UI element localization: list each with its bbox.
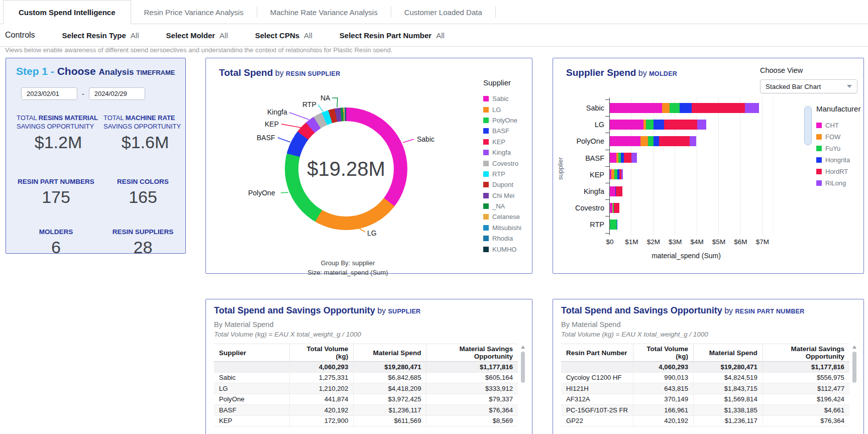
step1-timeframe-panel: Step 1 - Choose Analysis TIMEFRAME - TOT…: [6, 58, 186, 254]
bar-segment-RiLong[interactable]: [690, 136, 696, 146]
legend-item-Mitsubishi[interactable]: Mitsubishi: [483, 223, 521, 233]
legend-item-Sabic[interactable]: Sabic: [483, 93, 521, 104]
column-header[interactable]: Total Volume (kg): [633, 344, 694, 361]
scrollbar-thumb[interactable]: [521, 352, 525, 383]
legend-item-Dupont[interactable]: Dupont: [483, 179, 521, 190]
y-axis-tick: [605, 216, 609, 216]
table-row: Cycoloy C1200 HF990,013$4,824,519$556,97…: [561, 373, 849, 384]
choose-view-dropdown[interactable]: Stacked Bar Chart: [760, 79, 857, 93]
legend-item-KUMHO[interactable]: KUMHO: [483, 244, 521, 254]
x-tick-label: $7M: [747, 238, 778, 246]
legend-item-Celanese[interactable]: Celanese: [483, 211, 521, 222]
y-category-label: RTP: [554, 221, 604, 229]
legend-item-PolyOne[interactable]: PolyOne: [483, 115, 521, 126]
bar-segment-HordRT[interactable]: [624, 153, 631, 163]
bar-segment-FOW[interactable]: [640, 136, 648, 146]
bar-segment-HordRT[interactable]: [692, 103, 745, 113]
date-range-separator: -: [82, 90, 84, 98]
legend-item-CHT[interactable]: CHT: [816, 120, 860, 131]
legend-item-RTP[interactable]: RTP: [483, 169, 521, 179]
column-header[interactable]: Material Spend: [694, 344, 763, 361]
legend-item-_NA[interactable]: _NA: [483, 201, 521, 211]
kpi-value: $1.6M: [103, 133, 187, 152]
column-header[interactable]: Material Spend: [354, 344, 426, 361]
kpi-value: 165: [99, 187, 187, 207]
bar-segment-HordRT[interactable]: [664, 120, 697, 130]
tab-machine-rate-variance[interactable]: Machine Rate Variance Analysis: [257, 0, 391, 24]
legend-item-RiLong[interactable]: RiLong: [816, 177, 860, 189]
table-subtitle: By Material Spend: [561, 320, 620, 329]
y-axis-tick: [605, 183, 609, 183]
column-header[interactable]: Material Savings Opportunity: [763, 344, 849, 361]
table-total-row: 4,060,293$19,280,471$1,177,816: [561, 362, 849, 373]
bar-segment-CHT[interactable]: [610, 103, 662, 113]
table-row: HI121H643,815$1,843,715$112,477: [561, 383, 849, 394]
bar-segment-FOW[interactable]: [662, 103, 670, 113]
legend-scrollbar[interactable]: [804, 106, 812, 145]
legend-item-HordRT[interactable]: HordRT: [816, 166, 860, 177]
legend-item-Hongrita[interactable]: Hongrita: [816, 154, 860, 166]
table-scrollbar[interactable]: [852, 346, 857, 434]
scroll-up-icon[interactable]: [852, 346, 856, 349]
plot-right-border: [773, 97, 774, 235]
legend-item-Rhodia[interactable]: Rhodia: [483, 233, 521, 244]
scroll-up-icon[interactable]: [521, 346, 525, 349]
gridline: [631, 97, 631, 235]
bar-segment-FuYu[interactable]: [610, 220, 617, 230]
tab-resin-price-variance[interactable]: Resin Price Variance Analysis: [131, 0, 257, 24]
bar-segment-FuYu[interactable]: [646, 120, 654, 130]
bar-segment-FuYu[interactable]: [648, 136, 654, 146]
column-header[interactable]: Resin Part Number: [561, 344, 633, 361]
table-row: Sabic1,275,331$6,842,685$605,164: [214, 373, 518, 384]
bar-segment-CHT[interactable]: [610, 136, 640, 146]
bar-segment-CHT[interactable]: [610, 186, 615, 196]
legend-item-FuYu[interactable]: FuYu: [816, 143, 860, 154]
table-scrollbar[interactable]: [520, 346, 525, 434]
bar-segment-Hongrita[interactable]: [654, 120, 665, 130]
total-spend-donut-panel: Total Spend by RESIN SUPPLIER $19.28M Sa…: [205, 58, 532, 274]
legend-item-LG[interactable]: LG: [483, 104, 521, 115]
y-axis-tick: [605, 166, 609, 167]
y-axis-tick: [605, 133, 609, 133]
filter-resin-part-number[interactable]: Select Resin Part Number All: [340, 31, 445, 40]
column-header[interactable]: Total Volume (kg): [290, 344, 354, 361]
filter-resin-type[interactable]: Select Resin Type All: [62, 31, 139, 40]
legend-item-BASF[interactable]: BASF: [483, 126, 521, 136]
bar-segment-CHT[interactable]: [610, 120, 643, 130]
size-caption: Size: material_spend (Sum): [206, 268, 490, 277]
column-header[interactable]: Material Savings Opportunity: [426, 344, 518, 361]
controls-bar: Controls Select Resin Type All Select Mo…: [0, 24, 868, 47]
table-subtitle: By Material Spend: [214, 320, 273, 329]
bar-segment-Hongrita[interactable]: [680, 103, 692, 113]
legend-swatch: [483, 193, 489, 198]
group-by-caption: Group By: supplier: [206, 258, 490, 268]
filter-cpns[interactable]: Select CPNs All: [255, 31, 312, 40]
legend-item-KEP[interactable]: KEP: [483, 137, 521, 147]
start-date-input[interactable]: [21, 87, 77, 100]
table-header: SupplierTotal Volume (kg)Material SpendM…: [214, 344, 518, 362]
bar-segment-Hongrita[interactable]: [654, 136, 660, 146]
bar-segment-HordRT[interactable]: [616, 186, 622, 196]
tab-custom-spend-intelligence[interactable]: Custom Spend Intelligence: [3, 0, 131, 24]
end-date-input[interactable]: [89, 87, 145, 100]
bar-segment-CHT[interactable]: [610, 153, 616, 163]
legend-item-Kingfa[interactable]: Kingfa: [483, 147, 521, 158]
legend-item-Chi Mei[interactable]: Chi Mei: [483, 190, 521, 201]
scrollbar-thumb[interactable]: [852, 352, 856, 383]
bar-segment-RiLong[interactable]: [621, 169, 623, 179]
bar-segment-HordRT[interactable]: [614, 203, 619, 213]
legend-swatch: [483, 150, 489, 155]
filter-molder[interactable]: Select Molder All: [166, 31, 228, 40]
bar-segment-RiLong[interactable]: [631, 153, 636, 163]
bar-segment-RiLong[interactable]: [745, 103, 759, 113]
legend-item-FOW[interactable]: FOW: [816, 131, 860, 143]
bar-segment-FuYu[interactable]: [670, 103, 680, 113]
tab-customer-loaded-data[interactable]: Customer Loaded Data: [391, 0, 495, 24]
y-axis-tick: [605, 99, 609, 100]
bar-segment-RiLong[interactable]: [697, 120, 706, 130]
legend-item-Covestro[interactable]: Covestro: [483, 158, 521, 168]
y-axis-tick: [605, 150, 609, 150]
tab-bar: Custom Spend Intelligence Resin Price Va…: [0, 0, 868, 24]
column-header[interactable]: Supplier: [214, 344, 290, 361]
bar-segment-HordRT[interactable]: [659, 136, 690, 146]
